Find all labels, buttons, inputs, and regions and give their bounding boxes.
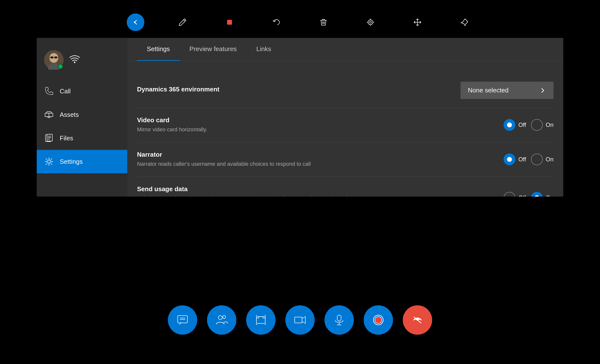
video-card-row: Video card Mirror video card horizontall… <box>137 108 554 142</box>
screenshot-button[interactable] <box>246 305 276 335</box>
environment-dropdown[interactable]: None selected <box>461 82 554 99</box>
trash-button[interactable] <box>315 13 332 31</box>
user-section <box>37 45 127 79</box>
app-window: Call Assets Files <box>37 38 563 197</box>
tab-settings[interactable]: Settings <box>137 38 180 61</box>
stop-button[interactable] <box>221 13 238 31</box>
mic-button[interactable] <box>324 305 354 335</box>
svg-rect-24 <box>295 317 302 323</box>
main-content: Settings Preview features Links Dynamics… <box>127 38 563 197</box>
nav-items: Call Assets Files <box>37 79 127 197</box>
narrator-off[interactable]: Off <box>504 154 526 165</box>
svg-point-1 <box>134 22 135 23</box>
narrator-desc: Narrator reads caller's username and ava… <box>137 160 499 168</box>
send-usage-label: Send usage data Help improve Microsoft D… <box>137 185 499 197</box>
call-label: Call <box>60 88 71 95</box>
send-usage-title: Send usage data <box>137 185 499 193</box>
assets-icon <box>44 110 54 120</box>
narrator-row: Narrator Narrator reads caller's usernam… <box>137 142 554 177</box>
environment-label-section: Dynamics 365 environment <box>137 86 456 95</box>
svg-rect-15 <box>49 113 53 117</box>
video-card-on-label: On <box>546 121 554 128</box>
svg-point-0 <box>132 18 139 26</box>
bottom-toolbar <box>0 305 600 335</box>
narrator-radio-group: Off On <box>504 154 554 165</box>
avatar <box>44 50 64 70</box>
sidebar-item-settings[interactable]: Settings <box>37 150 127 173</box>
narrator-on[interactable]: On <box>531 154 554 165</box>
settings-label: Settings <box>60 158 83 165</box>
video-button[interactable] <box>285 305 315 335</box>
svg-rect-14 <box>45 113 49 117</box>
sidebar-item-call[interactable]: Call <box>37 79 127 103</box>
participants-button[interactable] <box>207 305 236 335</box>
send-usage-off[interactable]: Off <box>504 192 526 197</box>
video-card-label: Video card Mirror video card horizontall… <box>137 116 499 133</box>
tab-links[interactable]: Links <box>247 38 281 61</box>
chevron-right-icon <box>539 87 546 94</box>
record-button[interactable] <box>364 305 393 335</box>
svg-point-26 <box>375 317 382 323</box>
send-usage-radio-group: Off On <box>504 192 554 197</box>
assets-label: Assets <box>60 111 79 119</box>
target-button[interactable] <box>362 13 379 31</box>
svg-point-13 <box>74 62 75 63</box>
chat-button[interactable] <box>168 305 197 335</box>
tab-preview[interactable]: Preview features <box>180 38 247 61</box>
narrator-off-label: Off <box>518 156 526 163</box>
move-button[interactable] <box>409 13 426 31</box>
video-card-off-circle <box>504 119 515 131</box>
video-card-title: Video card <box>137 116 499 124</box>
environment-row: Dynamics 365 environment None selected <box>137 73 554 108</box>
environment-value: None selected <box>468 87 508 94</box>
send-usage-desc: Help improve Microsoft Dynamics 365 Remo… <box>137 195 499 197</box>
svg-point-19 <box>46 159 51 164</box>
online-badge <box>58 64 63 69</box>
send-usage-on[interactable]: On <box>531 192 554 197</box>
narrator-on-label: On <box>546 156 554 163</box>
undo-button[interactable] <box>268 13 285 31</box>
narrator-title: Narrator <box>137 151 499 158</box>
top-toolbar <box>0 13 600 31</box>
svg-point-4 <box>369 21 371 23</box>
svg-rect-2 <box>227 20 232 25</box>
svg-point-22 <box>223 316 226 319</box>
video-card-off[interactable]: Off <box>504 119 526 131</box>
end-call-button[interactable] <box>403 305 432 335</box>
narrator-on-circle <box>531 154 543 165</box>
svg-point-18 <box>47 160 50 163</box>
send-usage-on-circle <box>531 192 543 197</box>
svg-rect-23 <box>256 317 265 323</box>
narrator-off-circle <box>504 154 515 165</box>
send-usage-row: Send usage data Help improve Microsoft D… <box>137 177 554 197</box>
settings-body: Dynamics 365 environment None selected V… <box>127 61 563 197</box>
svg-rect-9 <box>54 56 57 58</box>
settings-icon <box>44 157 54 166</box>
video-card-off-label: Off <box>518 121 526 128</box>
sidebar: Call Assets Files <box>37 38 127 197</box>
wifi-icon <box>69 54 81 66</box>
phone-icon <box>44 86 54 96</box>
svg-point-21 <box>218 316 222 320</box>
svg-point-3 <box>368 20 373 25</box>
back-button[interactable] <box>127 13 144 31</box>
tab-bar: Settings Preview features Links <box>127 38 563 61</box>
files-label: Files <box>60 134 73 142</box>
sidebar-item-assets[interactable]: Assets <box>37 103 127 126</box>
pen-button[interactable] <box>174 13 191 31</box>
send-usage-on-label: On <box>546 194 554 197</box>
sidebar-item-files[interactable]: Files <box>37 126 127 150</box>
video-card-on[interactable]: On <box>531 119 554 131</box>
svg-rect-25 <box>337 315 341 321</box>
environment-title: Dynamics 365 environment <box>137 86 456 93</box>
files-icon <box>44 133 54 143</box>
video-card-desc: Mirror video card horizontally. <box>137 126 499 133</box>
send-usage-off-circle <box>504 192 515 197</box>
svg-rect-8 <box>50 56 53 58</box>
video-card-on-circle <box>531 119 543 131</box>
narrator-label: Narrator Narrator reads caller's usernam… <box>137 151 499 168</box>
video-card-radio-group: Off On <box>504 119 554 131</box>
send-usage-off-label: Off <box>518 194 526 197</box>
pin-button[interactable] <box>456 13 473 31</box>
